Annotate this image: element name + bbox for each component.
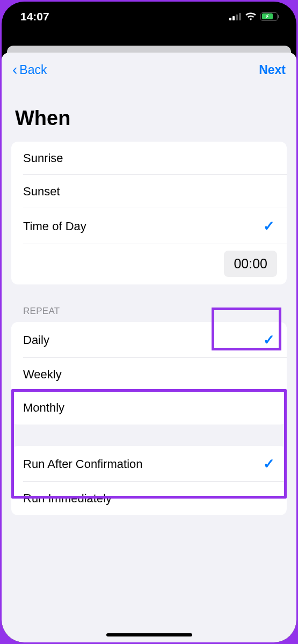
nav-bar: ‹ Back Next (2, 53, 296, 83)
status-time: 14:07 (20, 10, 49, 23)
option-label: Sunrise (23, 151, 63, 165)
time-picker[interactable]: 00:00 (224, 251, 277, 277)
next-button[interactable]: Next (259, 63, 286, 77)
cellular-signal-icon (229, 13, 241, 20)
option-label: Daily (23, 333, 49, 347)
back-button[interactable]: ‹ Back (12, 62, 47, 77)
option-sunrise[interactable]: Sunrise (11, 142, 287, 175)
wifi-icon (245, 12, 256, 20)
page-title: When (2, 83, 296, 142)
option-monthly[interactable]: Monthly (11, 391, 287, 425)
status-indicators: ⚡︎ (229, 12, 278, 21)
option-label: Weekly (23, 368, 62, 382)
checkmark-icon: ✓ (263, 332, 275, 348)
option-label: Run After Confirmation (23, 457, 143, 471)
time-picker-row: 00:00 (11, 244, 287, 284)
option-time-of-day[interactable]: Time of Day ✓ (11, 208, 287, 244)
option-label: Time of Day (23, 219, 86, 233)
charging-bolt-icon: ⚡︎ (265, 13, 269, 19)
option-label: Monthly (23, 401, 64, 415)
repeat-options-group: Daily ✓ Weekly Monthly (11, 322, 287, 425)
device-frame: 14:07 ⚡︎ ‹ Back Next When Sunrise (2, 2, 296, 642)
when-options-group: Sunrise Sunset Time of Day ✓ 00:00 (11, 142, 287, 284)
home-indicator[interactable] (106, 633, 192, 636)
option-sunset[interactable]: Sunset (11, 175, 287, 208)
modal-sheet: ‹ Back Next When Sunrise Sunset Time of … (2, 53, 296, 642)
repeat-section-header: Repeat (2, 306, 296, 322)
option-daily[interactable]: Daily ✓ (11, 322, 287, 358)
run-options-group: Run After Confirmation ✓ Run Immediately (11, 446, 287, 515)
back-label: Back (19, 63, 47, 77)
battery-icon: ⚡︎ (260, 12, 278, 21)
option-label: Sunset (23, 185, 60, 199)
option-label: Run Immediately (23, 492, 112, 506)
option-run-after-confirmation[interactable]: Run After Confirmation ✓ (11, 446, 287, 482)
chevron-left-icon: ‹ (12, 62, 17, 77)
option-run-immediately[interactable]: Run Immediately (11, 482, 287, 515)
status-bar: 14:07 ⚡︎ (2, 2, 296, 31)
checkmark-icon: ✓ (263, 218, 275, 235)
checkmark-icon: ✓ (263, 456, 275, 472)
option-weekly[interactable]: Weekly (11, 358, 287, 391)
